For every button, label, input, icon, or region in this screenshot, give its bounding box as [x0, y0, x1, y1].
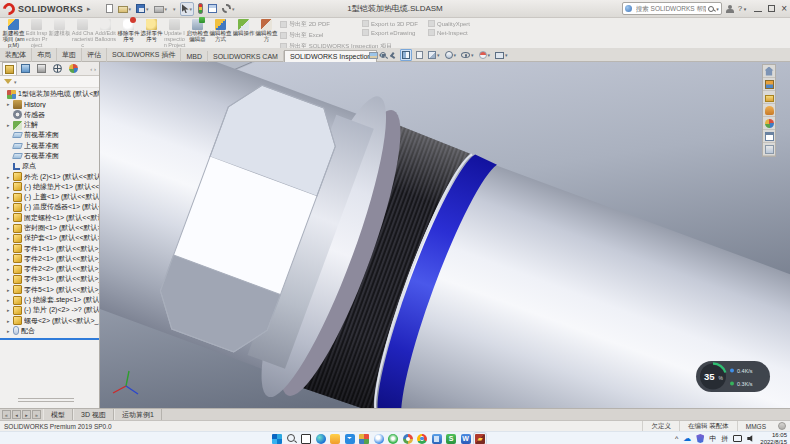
- ribbon-button[interactable]: Add/Edit Balloons: [94, 18, 117, 48]
- feature-tree-item[interactable]: 前视基准面: [0, 130, 99, 140]
- search-input[interactable]: [634, 4, 708, 13]
- open-icon[interactable]: [117, 2, 133, 16]
- colorful-browser-icon[interactable]: [403, 434, 413, 444]
- feature-tree-item[interactable]: 注解: [0, 120, 99, 130]
- device-app-icon[interactable]: [432, 434, 442, 444]
- ribbon-tab[interactable]: SOLIDWORKS CAM: [208, 51, 284, 62]
- feature-tree-item[interactable]: 密封圈<1> (默认<<默认>_显示状: [0, 223, 99, 233]
- onedrive-icon[interactable]: ☁: [683, 434, 691, 443]
- tree-root-item[interactable]: 1型铠装加热电缆 (默认<默认_显示状态-1: [0, 89, 99, 99]
- solidworks-resources-icon[interactable]: [763, 65, 775, 78]
- hide-show-items-icon[interactable]: [460, 49, 475, 61]
- custom-properties-icon[interactable]: [763, 130, 775, 143]
- volume-icon[interactable]: [747, 435, 755, 443]
- view-tab[interactable]: 运动算例1: [114, 409, 162, 420]
- tab-scroll-arrow-icon[interactable]: «: [2, 410, 11, 419]
- search-dropdown-icon[interactable]: ▾: [716, 6, 719, 12]
- feature-tree-item[interactable]: 原点: [0, 161, 99, 171]
- view-tab[interactable]: 3D 视图: [73, 409, 114, 420]
- ime-pinyin-indicator[interactable]: 拼: [721, 434, 728, 444]
- cloud-app-icon[interactable]: [374, 434, 384, 444]
- ribbon-button[interactable]: Update Inspection Project: [163, 18, 186, 48]
- search-icon[interactable]: [708, 6, 714, 12]
- minimize-button[interactable]: [754, 11, 762, 13]
- ribbon-menu-item[interactable]: Export eDrawing: [362, 29, 418, 36]
- select-cursor-icon[interactable]: [180, 2, 195, 16]
- help-search-box[interactable]: ▾: [622, 2, 722, 15]
- feature-tree-item[interactable]: 零件1<1> (默认<<默认>_显示状态: [0, 243, 99, 253]
- status-field[interactable]: MMGS: [737, 421, 774, 431]
- configurationmanager-tab-icon[interactable]: [34, 62, 49, 75]
- file-explorer-icon[interactable]: [330, 434, 340, 444]
- section-view-icon[interactable]: [400, 49, 412, 61]
- tab-scroll-arrow-icon[interactable]: ▸: [22, 410, 31, 419]
- view-palette-icon[interactable]: [763, 104, 775, 117]
- ribbon-button[interactable]: 编辑操作: [232, 18, 255, 48]
- solidworks-forum-icon[interactable]: [763, 143, 775, 156]
- ribbon-button[interactable]: 新建检查项目 (amp;M): [2, 18, 25, 48]
- feature-tree-item[interactable]: (-) 绝缘套.step<1> (默认<<默认>: [0, 295, 99, 305]
- tree-filter-row[interactable]: ▾: [0, 76, 99, 88]
- file-explorer-pane-icon[interactable]: [763, 91, 775, 104]
- ribbon-button[interactable]: 编辑检查方式: [209, 18, 232, 48]
- task-view-button[interactable]: [301, 434, 311, 444]
- ribbon-tab[interactable]: 评估: [82, 48, 107, 62]
- feature-tree-item[interactable]: 保护套<1> (默认<<默认>_显示状: [0, 233, 99, 243]
- feature-tree-item[interactable]: 零件2<2> (默认<<默认>_显示状态: [0, 264, 99, 274]
- ribbon-menu-item[interactable]: QualityXpert: [428, 20, 470, 27]
- undo-icon[interactable]: [171, 2, 177, 16]
- tab-scroll-arrow-icon[interactable]: »: [32, 410, 41, 419]
- edge-browser-icon[interactable]: [316, 434, 326, 444]
- feature-tree-item[interactable]: 零件5<1> (默认<<默认>_显示状态: [0, 285, 99, 295]
- 3d-model-scene[interactable]: 35 % 0.4K/s 0.3K/s: [100, 62, 790, 408]
- edit-appearance-icon[interactable]: [478, 49, 492, 61]
- ribbon-menu-item[interactable]: Net-Inspect: [428, 29, 470, 36]
- previous-view-icon[interactable]: [390, 49, 397, 61]
- ribbon-button[interactable]: Add Characteristic: [71, 18, 94, 48]
- ribbon-tab[interactable]: 装配体: [0, 48, 32, 62]
- help-icon[interactable]: ?: [738, 4, 746, 13]
- ribbon-button[interactable]: 编辑检查方: [255, 18, 278, 48]
- ribbon-menu-item[interactable]: Export to 3D PDF: [362, 20, 418, 27]
- close-button[interactable]: ×: [781, 4, 787, 14]
- tray-expand-icon[interactable]: ^: [675, 435, 678, 442]
- solidworks-app-icon[interactable]: ▰: [475, 434, 485, 444]
- appearances-scenes-icon[interactable]: [763, 117, 775, 130]
- print-icon[interactable]: [153, 2, 169, 16]
- tab-scroll-arrow-icon[interactable]: ◂: [12, 410, 21, 419]
- panel-tab-scroll-arrows[interactable]: ‹ ›: [90, 66, 99, 72]
- propertymanager-tab-icon[interactable]: [18, 62, 33, 75]
- view-orientation-icon[interactable]: [427, 49, 441, 61]
- feature-tree-item[interactable]: 右视基准面: [0, 151, 99, 161]
- filter-dropdown-icon[interactable]: ▾: [14, 79, 17, 85]
- cast-display-icon[interactable]: [733, 435, 742, 442]
- design-library-icon[interactable]: [763, 78, 775, 91]
- green-app-icon[interactable]: [388, 434, 398, 444]
- start-button[interactable]: [272, 434, 282, 444]
- home-icon[interactable]: [100, 2, 102, 16]
- ribbon-button[interactable]: 移除零件序号: [117, 18, 140, 48]
- ribbon-tab[interactable]: SOLIDWORKS Inspection: [284, 50, 377, 62]
- feature-tree-item[interactable]: 固定螺栓<1> (默认<<默认>_显示: [0, 213, 99, 223]
- apply-scene-icon[interactable]: [368, 49, 383, 61]
- network-speed-badge[interactable]: 35 % 0.4K/s 0.3K/s: [696, 361, 770, 392]
- feature-tree-item[interactable]: 传感器: [0, 110, 99, 120]
- featuremanager-tab-icon[interactable]: [2, 62, 17, 75]
- restore-button[interactable]: [768, 5, 775, 12]
- taskbar-clock[interactable]: 16:05 2022/8/15: [760, 432, 787, 444]
- ribbon-button[interactable]: Edit Inspection Project: [25, 18, 48, 48]
- ribbon-tab[interactable]: MBD: [181, 51, 208, 62]
- file-properties-icon[interactable]: [207, 2, 218, 16]
- dynamic-annotation-icon[interactable]: [415, 49, 424, 61]
- feature-tree-item[interactable]: History: [0, 99, 99, 109]
- feature-tree-item[interactable]: (-) 温度传感器<1> (默认<<默认>_: [0, 202, 99, 212]
- feature-tree-item[interactable]: (-) 上盖<1> (默认<<默认>_显示状: [0, 192, 99, 202]
- new-document-icon[interactable]: [105, 2, 114, 16]
- displaymanager-tab-icon[interactable]: [66, 62, 81, 75]
- display-style-icon[interactable]: [444, 49, 458, 61]
- ribbon-button[interactable]: 启动检查编辑器: [186, 18, 209, 48]
- ribbon-tab[interactable]: SOLIDWORKS 插件: [107, 48, 181, 62]
- ime-chinese-indicator[interactable]: 中: [709, 434, 716, 444]
- solidworks-logo[interactable]: SOLIDWORKS ▸: [3, 3, 96, 15]
- status-tag-icon[interactable]: [778, 422, 786, 430]
